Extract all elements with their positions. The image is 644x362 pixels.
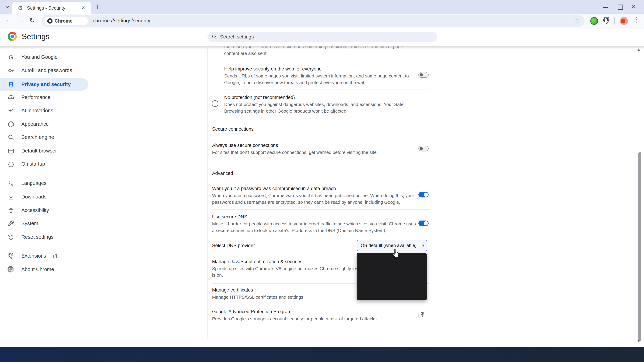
wrench-icon [8,220,14,227]
sidebar-item-privacy-security[interactable]: Privacy and security [0,78,88,91]
new-tab-button[interactable]: + [96,2,100,11]
search-placeholder: Search settings [220,34,254,40]
external-link-icon [52,254,58,259]
forward-button[interactable]: → [17,16,24,24]
shield-icon [8,81,14,88]
scrollbar-thumb[interactable] [638,152,641,341]
settings-gear-favicon: ⚙ [18,4,23,11]
window-maximize-button[interactable] [617,4,623,9]
download-icon [8,194,14,201]
bookmark-star-icon[interactable]: ☆ [574,17,580,25]
window-minimize-button[interactable] [602,4,609,9]
extensions-puzzle-icon[interactable] [602,17,610,25]
always-secure-toggle[interactable] [418,146,428,151]
dns-provider-value: OS default (when available) [361,243,416,248]
translate-icon: 文A [8,180,14,187]
sidebar-item-default-browser[interactable]: Default browser [0,145,88,157]
chip-label: Chrome [54,18,72,24]
chrome-mono-logo-icon [47,18,52,23]
tab-search-chevron-icon[interactable] [4,4,11,10]
chrome-url-chip[interactable]: Chrome [44,16,88,25]
power-icon [8,161,14,168]
browser-menu-icon[interactable]: ⋮ [634,16,640,23]
sidebar-item-ai-innovations[interactable]: AI innovations [0,105,88,117]
chrome-logo-icon [8,32,17,41]
browser-tab[interactable]: ⚙ Settings - Security × [12,2,91,14]
secure-dns-desc: Make it harder for people with access to… [212,221,416,234]
spark-icon [8,107,14,114]
sidebar-item-appearance[interactable]: Appearance [0,118,88,131]
password-breach-title: Warn you if a password was compromised i… [212,186,336,191]
sidebar-item-on-startup[interactable]: On startup [0,158,88,170]
divider [224,89,430,90]
sidebar-item-accessibility[interactable]: Accessibility [0,204,88,217]
tab-strip: ⚙ Settings - Security × + × [0,0,644,14]
password-breach-toggle[interactable] [418,192,428,197]
puzzle-icon [8,253,14,260]
settings-search-box[interactable]: Search settings [208,32,438,42]
divider [212,305,430,305]
screen: ⚙ Settings - Security × + × ← → ↻ Chrome… [0,0,644,362]
secure-dns-title: Use secure DNS [212,214,247,220]
help-improve-toggle[interactable] [418,72,428,78]
help-improve-title: Help improve security on the web for eve… [224,66,322,72]
svg-text:A: A [11,183,13,187]
manage-certs-title: Manage certificates [212,287,253,293]
profile-avatar[interactable] [620,17,628,25]
accessibility-person-icon [8,207,14,214]
header-scroll-shadow [0,46,644,49]
back-button[interactable]: ← [5,16,12,24]
sidebar-item-downloads[interactable]: Downloads [0,191,88,203]
page-title: Settings [22,32,50,41]
dns-provider-label: Select DNS provider [212,243,255,249]
settings-header: Settings Search settings [0,29,644,46]
url-text[interactable]: chrome://settings/security [93,18,150,23]
reset-arrow-icon [8,234,14,241]
no-protection-desc: Does not protect you against dangerous w… [224,101,423,114]
password-breach-desc: When you use a password, Chrome warns yo… [212,192,416,205]
security-settings-card: that hides your IP address if a site doe… [208,46,434,343]
manage-js-desc-line1: Speeds up sites with Chrome's V8 engine … [212,265,366,272]
google-g-icon: G [8,54,14,61]
tab-close-icon[interactable]: × [82,4,85,11]
divider [212,209,430,210]
sidebar-item-performance[interactable]: Performance [0,91,88,104]
window-close-button[interactable]: × [632,2,636,10]
external-link-icon[interactable] [418,312,424,318]
sidebar-item-system[interactable]: System [0,217,88,230]
no-protection-radio[interactable] [212,100,218,107]
no-protection-title: No protection (not recommended) [224,94,295,100]
sidebar-item-you-and-google[interactable]: G You and Google [0,51,88,64]
scroll-down-arrow[interactable]: ▼ [637,339,640,343]
svg-text:G: G [9,54,13,61]
gapp-title: Google Advanced Protection Program [212,309,292,315]
sidebar-divider [4,174,88,174]
palette-icon [8,121,14,128]
sidebar-divider [4,247,88,247]
sidebar-item-reset-settings[interactable]: Reset settings [0,231,88,244]
speedometer-icon [8,94,14,101]
extension-badge-icon[interactable] [590,17,598,25]
address-bar[interactable]: Chrome chrome://settings/security ☆ [42,15,584,27]
always-secure-desc: For sites that don't support secure conn… [212,149,416,156]
dns-provider-dropdown-menu[interactable] [357,253,427,300]
hand-cursor [392,248,400,258]
sidebar-item-autofill[interactable]: Autofill and passwords [0,64,88,77]
toolbar-separator [614,17,614,24]
section-secure-connections: Secure connections [212,126,254,132]
sidebar-item-about-chrome[interactable]: About Chrome [0,263,88,276]
browser-toolbar: ← → ↻ Chrome chrome://settings/security … [0,14,644,29]
tab-title: Settings - Security [27,5,65,11]
sidebar-item-search-engine[interactable]: Search engine [0,131,88,144]
manage-certs-desc: Manage HTTPS/SSL certificates and settin… [212,294,303,301]
chevron-down-icon: ▾ [422,243,424,248]
manage-js-desc-line2: is on. [212,272,223,278]
key-icon [8,67,14,74]
reload-button[interactable]: ↻ [30,16,35,24]
sidebar-item-extensions[interactable]: Extensions [0,250,88,263]
always-secure-title: Always use secure connections [212,142,278,148]
sidebar-item-languages[interactable]: 文A Languages [0,177,88,190]
gapp-desc: Provides Google's strongest account secu… [212,316,416,322]
secure-dns-toggle[interactable] [418,221,428,226]
help-improve-desc: Sends URLs of some pages you visit, limi… [224,72,418,86]
